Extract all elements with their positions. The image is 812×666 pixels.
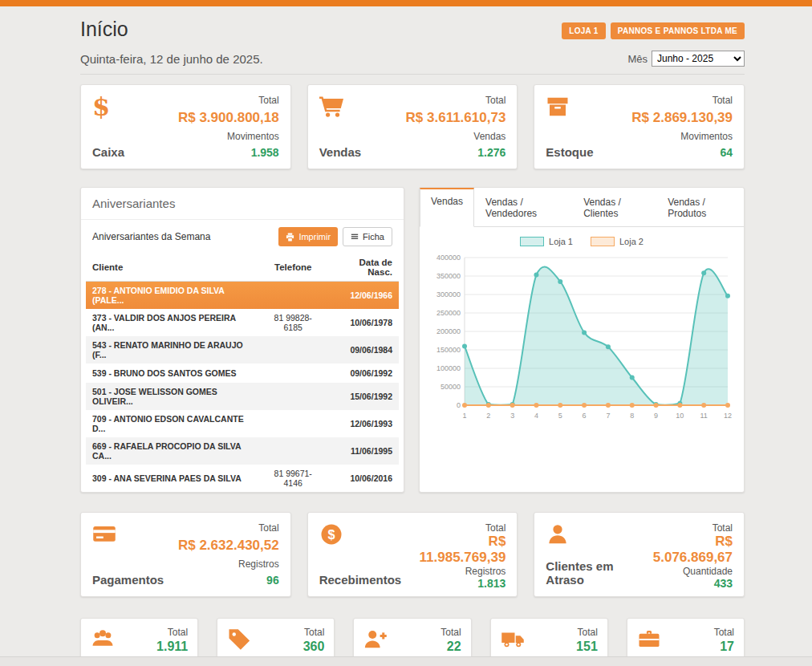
svg-text:3: 3 (510, 412, 514, 420)
store-button[interactable]: LOJA 1 (562, 22, 605, 39)
user-plus-icon (363, 627, 388, 654)
cell-nasc: 15/06/1992 (327, 383, 400, 410)
total-label: Total (303, 627, 325, 638)
aniversariantes-subtitle: Aniversariantes da Semana (92, 231, 210, 242)
table-row[interactable]: 373 - VALDIR DOS ANJOS PEREIRA (AN... 81… (86, 309, 399, 336)
count-label: Vendas (406, 131, 506, 142)
table-row[interactable]: 501 - JOSE WELISSON GOMES OLIVEIR... 15/… (86, 383, 399, 410)
page-footer (0, 656, 812, 666)
clientes-atraso-count: 433 (643, 577, 733, 590)
ficha-button[interactable]: Ficha (343, 227, 392, 246)
cell-cliente: 309 - ANA SEVERINA PAES DA SILVA (86, 465, 259, 492)
cart-icon (319, 95, 362, 119)
vendas-count: 1.276 (406, 146, 506, 159)
vendas-title: Vendas (319, 145, 362, 159)
table-header-row: Cliente Telefone Data de Nasc. (86, 254, 399, 282)
vendas-chart-card: Vendas Vendas / Vendedores Vendas / Clie… (419, 187, 745, 493)
svg-text:0: 0 (457, 401, 461, 409)
estoque-card: Estoque Total R$ 2.869.130,39 Movimentos… (534, 84, 745, 169)
total-label: Total (441, 627, 461, 638)
loja1-swatch (520, 237, 544, 246)
cell-cliente: 669 - RAFAELA PROCOPIO DA SILVA CA... (86, 437, 259, 465)
svg-text:300000: 300000 (436, 290, 461, 298)
tab-vendas-clientes[interactable]: Vendas / Clientes (572, 188, 656, 227)
credit-card-icon (92, 522, 164, 546)
users-group-icon (91, 627, 115, 654)
svg-text:11: 11 (700, 412, 708, 420)
cell-nasc: 12/06/1966 (327, 282, 400, 310)
tag-icon (227, 627, 251, 654)
legend-loja1: Loja 1 (520, 237, 573, 246)
count-label: Movimentos (631, 131, 733, 142)
svg-text:2: 2 (486, 412, 490, 420)
table-row[interactable]: 278 - ANTONIO EMIDIO DA SILVA (PALE... 1… (86, 282, 399, 310)
cell-cliente: 278 - ANTONIO EMIDIO DA SILVA (PALE... (86, 282, 259, 310)
current-date: Quinta-feira, 12 de junho de 2025. (80, 52, 263, 66)
total-label: Total (643, 522, 733, 534)
svg-text:4: 4 (534, 412, 538, 420)
count-label: Registros (178, 558, 279, 570)
cell-cliente: 501 - JOSE WELISSON GOMES OLIVEIR... (86, 383, 259, 410)
recebimentos-count: 1.813 (401, 577, 505, 590)
chart-legend: Loja 1 Loja 2 (420, 227, 744, 248)
tab-vendas-vendedores[interactable]: Vendas / Vendedores (474, 188, 572, 227)
cell-telefone: 81 99828-6185 (259, 309, 327, 336)
person-icon (546, 522, 643, 546)
month-select[interactable]: Junho - 2025 (652, 51, 745, 67)
total-label: Total (406, 95, 506, 106)
svg-text:50000: 50000 (441, 383, 461, 391)
recebimentos-title: Recebimentos (319, 573, 402, 587)
count-label: Quantidade (643, 566, 733, 577)
clientes-atraso-total: R$ 5.076.869,67 (643, 534, 733, 566)
tab-vendas-produtos[interactable]: Vendas / Produtos (656, 188, 744, 227)
svg-text:400000: 400000 (436, 254, 461, 262)
svg-text:9: 9 (654, 412, 658, 420)
cell-cliente: 539 - BRUNO DOS SANTOS GOMES (86, 363, 259, 383)
svg-text:8: 8 (630, 412, 634, 420)
total-label: Total (714, 627, 734, 638)
legend-loja2-label: Loja 2 (619, 237, 644, 246)
svg-text:5: 5 (558, 412, 562, 420)
cell-nasc: 09/06/1984 (327, 336, 400, 363)
clientes-total: 1.911 (156, 640, 188, 654)
table-row[interactable]: 709 - ANTONIO EDSON CAVALCANTE D... 12/0… (86, 410, 399, 437)
briefcase-icon (637, 627, 661, 654)
legend-loja1-label: Loja 1 (549, 237, 573, 246)
svg-text:1: 1 (462, 412, 466, 420)
top-accent-bar (0, 0, 812, 6)
total-label: Total (178, 95, 279, 106)
cell-nasc: 09/06/1992 (327, 363, 400, 383)
table-row[interactable]: 669 - RAFAELA PROCOPIO DA SILVA CA... 11… (86, 437, 399, 465)
cell-cliente: 373 - VALDIR DOS ANJOS PEREIRA (AN... (86, 309, 259, 336)
total-label: Total (631, 95, 733, 106)
usuarios-total: 22 (441, 640, 461, 654)
company-button[interactable]: PANNOS E PANNOS LTDA ME (611, 22, 745, 39)
tab-vendas[interactable]: Vendas (420, 188, 474, 227)
estoque-count: 64 (631, 146, 733, 159)
col-cliente: Cliente (86, 254, 259, 282)
svg-text:200000: 200000 (436, 327, 461, 335)
caixa-total: R$ 3.900.800,18 (178, 110, 279, 126)
count-label: Movimentos (178, 131, 279, 142)
table-row[interactable]: 543 - RENATO MARINHO DE ARAUJO (F... 09/… (86, 336, 399, 363)
cell-cliente: 709 - ANTONIO EDSON CAVALCANTE D... (86, 410, 259, 437)
box-icon (546, 95, 593, 119)
estoque-total: R$ 2.869.130,39 (631, 110, 733, 126)
page-title: Início (80, 18, 128, 41)
caixa-card: $ Caixa Total R$ 3.900.800,18 Movimentos… (80, 84, 291, 169)
cell-telefone (259, 363, 327, 383)
table-row[interactable]: 539 - BRUNO DOS SANTOS GOMES 09/06/1992 (86, 363, 399, 383)
loja2-swatch (591, 237, 615, 246)
svg-text:6: 6 (583, 412, 587, 420)
printer-icon (286, 233, 294, 242)
pagamentos-title: Pagamentos (92, 573, 164, 587)
table-row[interactable]: 309 - ANA SEVERINA PAES DA SILVA 81 9967… (86, 465, 399, 492)
month-label: Mês (627, 53, 648, 65)
svg-text:250000: 250000 (436, 309, 461, 317)
vendas-total: R$ 3.611.610,73 (406, 110, 506, 126)
print-button[interactable]: Imprimir (278, 227, 338, 246)
cell-telefone (259, 410, 327, 437)
clientes-atraso-title: Clientes em Atraso (546, 559, 643, 587)
total-label: Total (401, 522, 505, 534)
aniversariantes-card: Aniversariantes Aniversariantes da Seman… (80, 187, 404, 493)
